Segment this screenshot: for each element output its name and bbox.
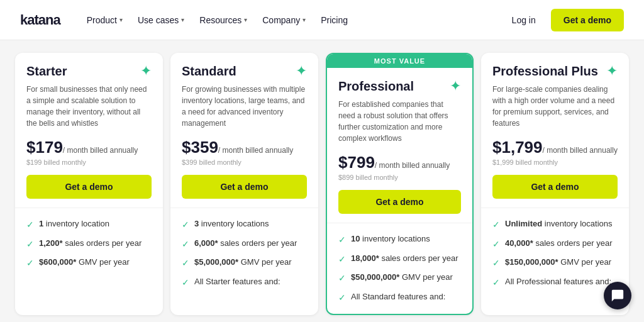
price-row-standard: $359/ month billed annually	[182, 138, 307, 157]
get-demo-professional-plus-button[interactable]: Get a demo	[492, 175, 618, 199]
check-icon: ✓	[182, 238, 189, 251]
card-top-standard: Standard ✦ For growing businesses with m…	[170, 53, 318, 208]
nav-item-pricing[interactable]: Pricing	[314, 10, 354, 30]
plan-card-starter: Starter ✦ For small businesses that only…	[15, 53, 163, 315]
feature-text: All Starter features and:	[194, 276, 280, 287]
get-demo-nav-button[interactable]: Get a demo	[551, 9, 624, 31]
card-features-professional-plus: ✓ Unlimited inventory locations ✓ 40,000…	[481, 208, 629, 299]
chevron-down-icon: ▾	[181, 16, 184, 23]
nav-item-company[interactable]: Company ▾	[256, 10, 312, 30]
chat-icon	[611, 289, 625, 303]
check-icon: ✓	[182, 257, 189, 270]
check-icon: ✓	[338, 253, 346, 266]
chevron-down-icon: ▾	[244, 16, 247, 23]
feature-item: ✓ 3 inventory locations	[182, 218, 307, 231]
nav-item-usecases[interactable]: Use cases ▾	[131, 10, 191, 30]
check-icon: ✓	[338, 272, 346, 285]
price-monthly-standard: $399 billed monthly	[182, 158, 307, 166]
pricing-cards-grid: Starter ✦ For small businesses that only…	[15, 53, 629, 315]
get-demo-starter-button[interactable]: Get a demo	[26, 175, 152, 199]
feature-text: 3 inventory locations	[194, 218, 269, 230]
sparkle-icon: ✦	[606, 64, 618, 78]
check-icon: ✓	[338, 292, 346, 304]
plan-title-starter: Starter	[26, 64, 67, 79]
feature-text: $5,000,000* GMV per year	[194, 257, 292, 268]
price-period-starter: / month billed annually	[63, 146, 138, 155]
nav-label-product: Product	[87, 15, 117, 25]
price-period-professional: / month billed annually	[375, 161, 450, 170]
nav-item-product[interactable]: Product ▾	[80, 10, 129, 30]
feature-text: Unlimited inventory locations	[505, 218, 613, 230]
nav-label-resources: Resources	[199, 15, 242, 25]
card-features-starter: ✓ 1 inventory location ✓ 1,200* sales or…	[15, 208, 163, 280]
feature-text: All Professional features and:	[505, 276, 611, 287]
feature-item: ✓ 40,000* sales orders per year	[492, 238, 618, 251]
feature-text: $600,000* GMV per year	[39, 257, 130, 268]
most-value-badge: MOST VALUE	[327, 54, 472, 68]
card-title-row: Starter ✦	[26, 64, 152, 79]
price-period-standard: / month billed annually	[218, 146, 293, 155]
login-button[interactable]: Log in	[504, 10, 543, 30]
check-icon: ✓	[492, 277, 500, 289]
feature-item: ✓ All Starter features and:	[182, 276, 307, 289]
check-icon: ✓	[26, 219, 34, 231]
price-monthly-starter: $199 billed monthly	[26, 158, 152, 166]
feature-text: 18,000* sales orders per year	[351, 253, 458, 264]
feature-item: ✓ 18,000* sales orders per year	[338, 253, 461, 266]
plan-title-professional-plus: Professional Plus	[492, 64, 598, 79]
feature-text: 6,000* sales orders per year	[194, 238, 297, 249]
sparkle-icon: ✦	[140, 64, 152, 78]
check-icon: ✓	[492, 238, 500, 251]
card-title-row: Standard ✦	[182, 64, 307, 79]
check-icon: ✓	[492, 219, 500, 231]
check-icon: ✓	[182, 277, 189, 289]
card-top-starter: Starter ✦ For small businesses that only…	[15, 53, 163, 208]
price-period-professional-plus: / month billed annually	[543, 146, 618, 155]
sparkle-icon: ✦	[296, 64, 307, 78]
nav-item-resources[interactable]: Resources ▾	[193, 10, 253, 30]
feature-text: $50,000,000* GMV per year	[351, 272, 453, 283]
plan-card-professional-plus: Professional Plus ✦ For large-scale comp…	[481, 53, 629, 315]
navbar: katana Product ▾ Use cases ▾ Resources ▾…	[0, 0, 644, 40]
price-row-professional-plus: $1,799/ month billed annually	[492, 138, 618, 157]
check-icon: ✓	[26, 257, 34, 270]
sparkle-icon: ✦	[450, 79, 461, 93]
price-amount-starter: $179	[26, 138, 63, 157]
price-row-starter: $179/ month billed annually	[26, 138, 152, 157]
feature-item: ✓ 1,200* sales orders per year	[26, 238, 152, 251]
feature-item: ✓ All Standard features and:	[338, 291, 461, 304]
feature-text: 40,000* sales orders per year	[505, 238, 613, 249]
feature-item: ✓ Unlimited inventory locations	[492, 218, 618, 231]
plan-desc-starter: For small businesses that only need a si…	[26, 84, 152, 129]
check-icon: ✓	[26, 238, 34, 251]
feature-item: ✓ $600,000* GMV per year	[26, 257, 152, 270]
feature-item: ✓ $150,000,000* GMV per year	[492, 257, 618, 270]
brand-logo[interactable]: katana	[20, 12, 60, 28]
price-row-professional: $799/ month billed annually	[338, 153, 461, 172]
nav-links: Product ▾ Use cases ▾ Resources ▾ Compan…	[80, 10, 499, 30]
plan-card-professional: MOST VALUE Professional ✦ For establishe…	[326, 53, 474, 315]
feature-text: $150,000,000* GMV per year	[505, 257, 611, 268]
pricing-section: Starter ✦ For small businesses that only…	[0, 40, 644, 322]
get-demo-professional-button[interactable]: Get a demo	[338, 190, 461, 214]
feature-text: 1,200* sales orders per year	[39, 238, 142, 249]
price-amount-professional: $799	[338, 153, 375, 172]
nav-actions: Log in Get a demo	[504, 9, 624, 31]
chevron-down-icon: ▾	[303, 16, 306, 23]
nav-label-company: Company	[262, 15, 300, 25]
card-features-standard: ✓ 3 inventory locations ✓ 6,000* sales o…	[170, 208, 318, 299]
card-top-professional: Professional ✦ For established companies…	[327, 68, 472, 223]
chat-widget-button[interactable]	[604, 282, 631, 309]
feature-item: ✓ 1 inventory location	[26, 218, 152, 231]
nav-label-pricing: Pricing	[321, 15, 348, 25]
price-amount-standard: $359	[182, 138, 218, 157]
price-monthly-professional: $899 billed monthly	[338, 174, 461, 181]
card-features-professional: ✓ 10 inventory locations ✓ 18,000* sales…	[327, 223, 472, 314]
check-icon: ✓	[182, 219, 189, 231]
feature-text: 1 inventory location	[39, 218, 109, 230]
nav-label-usecases: Use cases	[138, 15, 179, 25]
plan-desc-standard: For growing businesses with multiple inv…	[182, 84, 307, 129]
get-demo-standard-button[interactable]: Get a demo	[182, 175, 307, 199]
check-icon: ✓	[338, 234, 346, 247]
plan-card-standard: Standard ✦ For growing businesses with m…	[170, 53, 318, 315]
